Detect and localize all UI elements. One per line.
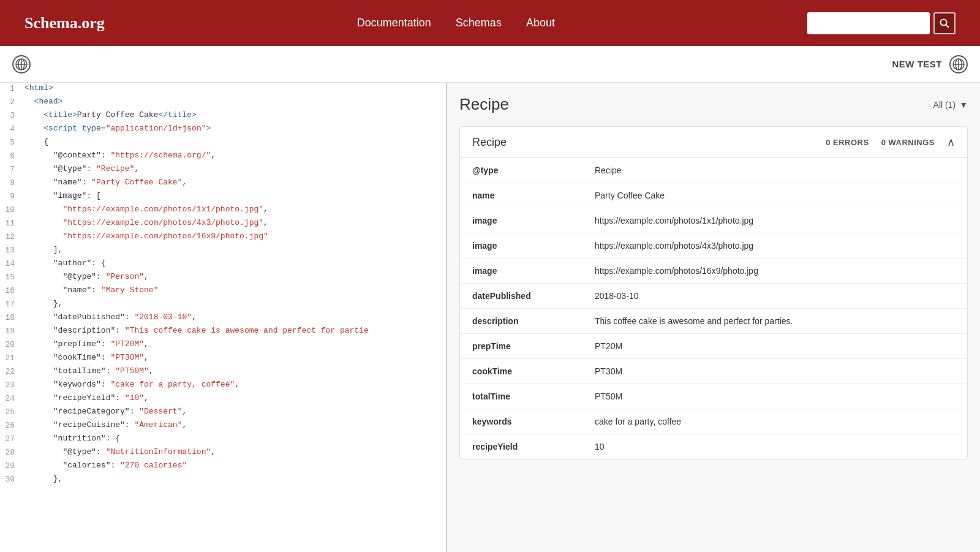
code-line: 3 <title>Party Coffee Cake</title>	[0, 110, 446, 123]
table-row: imagehttps://example.com/photos/4x3/phot…	[460, 233, 967, 259]
filter-label: All (1)	[933, 100, 956, 110]
table-row: cookTimePT30M	[460, 359, 967, 384]
svg-line-1	[946, 25, 949, 28]
table-row: recipeYield10	[460, 434, 967, 459]
nav-documentation[interactable]: Documentation	[357, 17, 431, 29]
code-line: 18 "datePublished": "2018-03-10",	[0, 312, 446, 325]
line-content: <title>Party Coffee Cake</title>	[24, 110, 446, 119]
line-number: 28	[0, 447, 24, 457]
line-content: "totalTime": "PT50M",	[24, 366, 446, 376]
toolbar: NEW TEST	[0, 46, 980, 83]
site-logo[interactable]: Schema.org	[24, 14, 105, 32]
line-content: },	[24, 474, 446, 483]
line-content: "author": {	[24, 259, 446, 268]
line-content: "cookTime": "PT30M",	[24, 353, 446, 362]
table-row: keywordscake for a party, coffee	[460, 409, 967, 434]
svg-point-0	[941, 19, 947, 25]
search-input[interactable]	[807, 12, 930, 34]
warnings-label: 0 WARNINGS	[881, 138, 935, 147]
line-content: "recipeCategory": "Dessert",	[24, 407, 446, 416]
code-line: 19 "description": "This coffee cake is a…	[0, 325, 446, 339]
results-title: Recipe	[459, 95, 509, 114]
nav-about[interactable]: About	[526, 17, 555, 29]
row-key: image	[460, 233, 582, 259]
code-line: 15 "@type": "Person",	[0, 271, 446, 285]
line-content: <html>	[24, 83, 446, 93]
row-key: totalTime	[460, 384, 582, 409]
line-number: 11	[0, 218, 24, 228]
row-key: keywords	[460, 409, 582, 434]
line-number: 29	[0, 461, 24, 471]
row-value: 10	[582, 434, 967, 459]
line-number: 5	[0, 137, 24, 147]
row-key: recipeYield	[460, 434, 582, 459]
table-row: totalTimePT50M	[460, 384, 967, 409]
line-content: "recipeYield": "10",	[24, 393, 446, 403]
row-value: https://example.com/photos/16x9/photo.jp…	[582, 259, 967, 284]
code-line: 20 "prepTime": "PT20M",	[0, 339, 446, 352]
row-key: description	[460, 309, 582, 334]
results-filter[interactable]: All (1) ▼	[933, 100, 968, 110]
line-number: 12	[0, 232, 24, 241]
toolbar-globe-icon[interactable]	[949, 55, 968, 74]
table-row: imagehttps://example.com/photos/1x1/phot…	[460, 208, 967, 233]
line-number: 15	[0, 272, 24, 282]
line-number: 24	[0, 393, 24, 403]
table-row: imagehttps://example.com/photos/16x9/pho…	[460, 259, 967, 284]
line-content: "calories": "270 calories"	[24, 461, 446, 470]
code-line: 5 {	[0, 137, 446, 150]
line-number: 16	[0, 285, 24, 295]
line-content: "recipeCuisine": "American",	[24, 420, 446, 429]
language-icon[interactable]	[12, 55, 31, 74]
row-key: @type	[460, 158, 582, 183]
nav-schemas[interactable]: Schemas	[456, 17, 502, 29]
results-card: Recipe 0 ERRORS 0 WARNINGS ∧ @typeRecipe…	[459, 126, 968, 459]
line-number: 23	[0, 380, 24, 390]
line-content: "https://example.com/photos/16x9/photo.j…	[24, 232, 446, 241]
errors-label: 0 ERRORS	[826, 138, 869, 147]
site-header: Schema.org Documentation Schemas About	[0, 0, 980, 46]
row-key: cookTime	[460, 359, 582, 384]
line-content: <script type="application/ld+json">	[24, 124, 446, 133]
code-line: 27 "nutrition": {	[0, 433, 446, 447]
row-value: Party Coffee Cake	[582, 183, 967, 208]
code-line: 29 "calories": "270 calories"	[0, 460, 446, 474]
row-value: PT30M	[582, 359, 967, 384]
line-number: 3	[0, 110, 24, 120]
row-value: PT20M	[582, 334, 967, 359]
line-number: 27	[0, 434, 24, 444]
code-line: 11 "https://example.com/photos/4x3/photo…	[0, 217, 446, 231]
row-value: Recipe	[582, 158, 967, 183]
line-content: <head>	[24, 97, 446, 106]
line-number: 9	[0, 191, 24, 201]
line-number: 22	[0, 366, 24, 376]
code-line: 22 "totalTime": "PT50M",	[0, 366, 446, 379]
row-value: This coffee cake is awesome and perfect …	[582, 309, 967, 334]
code-line: 8 "name": "Party Coffee Cake",	[0, 177, 446, 191]
code-line: 17 },	[0, 298, 446, 312]
code-line: 4 <script type="application/ld+json">	[0, 123, 446, 137]
search-button[interactable]	[933, 12, 956, 34]
code-line: 30 },	[0, 474, 446, 487]
row-value: PT50M	[582, 384, 967, 409]
line-number: 4	[0, 124, 24, 134]
line-content: "@type": "NutritionInformation",	[24, 447, 446, 456]
code-line: 25 "recipeCategory": "Dessert",	[0, 406, 446, 420]
code-panel[interactable]: 1<html>2 <head>3 <title>Party Coffee Cak…	[0, 83, 447, 552]
card-stats: 0 ERRORS 0 WARNINGS ∧	[826, 135, 955, 149]
line-number: 21	[0, 353, 24, 363]
table-row: descriptionThis coffee cake is awesome a…	[460, 309, 967, 334]
code-line: 6 "@context": "https://schema.org/",	[0, 150, 446, 164]
line-content: "image": [	[24, 191, 446, 200]
line-content: "@type": "Person",	[24, 272, 446, 281]
code-line: 1<html>	[0, 83, 446, 96]
code-line: 13 ],	[0, 244, 446, 258]
data-table: @typeRecipenameParty Coffee Cakeimagehtt…	[460, 158, 967, 459]
collapse-icon[interactable]: ∧	[947, 135, 955, 149]
code-line: 10 "https://example.com/photos/1x1/photo…	[0, 204, 446, 217]
row-key: image	[460, 259, 582, 284]
new-test-button[interactable]: NEW TEST	[892, 59, 943, 69]
table-row: @typeRecipe	[460, 158, 967, 183]
line-number: 6	[0, 151, 24, 161]
table-row: prepTimePT20M	[460, 334, 967, 359]
